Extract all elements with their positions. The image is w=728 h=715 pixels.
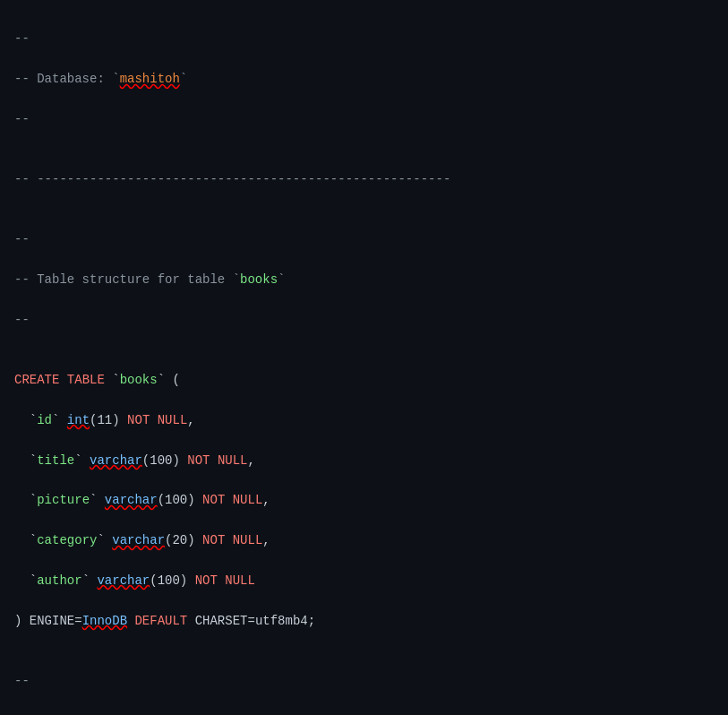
code-line: `author` varchar(100) NOT NULL: [14, 571, 714, 590]
code-line: --: [14, 229, 714, 249]
code-line: `title` varchar(100) NOT NULL,: [14, 451, 714, 470]
code-line: ) ENGINE=InnoDB DEFAULT CHARSET=utf8mb4;: [14, 611, 714, 631]
code-line: -- Database: `mashitoh`: [14, 69, 714, 89]
code-line: --: [14, 310, 714, 330]
code-line: -- Table structure for table `books`: [14, 270, 714, 289]
code-line: -- Dumping data for table `books`: [14, 711, 714, 715]
code-line: --: [14, 671, 714, 691]
code-editor: -- -- Database: `mashitoh` -- -- -------…: [0, 0, 728, 715]
code-line: --: [14, 109, 714, 129]
code-line: CREATE TABLE `books` (: [14, 370, 714, 390]
code-line: `id` int(11) NOT NULL,: [14, 410, 714, 430]
code-line: `category` varchar(20) NOT NULL,: [14, 530, 714, 550]
code-line: -- -------------------------------------…: [14, 169, 714, 189]
code-line: --: [14, 29, 714, 48]
code-line: `picture` varchar(100) NOT NULL,: [14, 490, 714, 510]
